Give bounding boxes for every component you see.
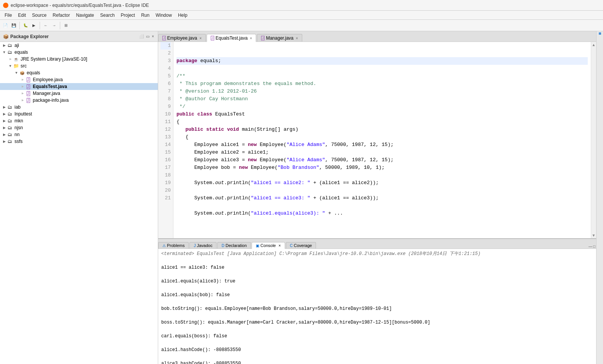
bottom-tabs: ⚠ProblemsJJavadocDDeclaration▣Console×CC… bbox=[158, 239, 596, 249]
line-number-9: 9 bbox=[160, 103, 171, 111]
line-number-1: 1 bbox=[160, 42, 171, 50]
tree-arrow[interactable]: ▶ bbox=[20, 92, 25, 95]
line-number-17: 17 bbox=[160, 164, 171, 172]
console-maximize-button[interactable]: □ bbox=[593, 244, 595, 249]
tree-item-EqualsTest.java[interactable]: ▶JEqualsTest.java bbox=[0, 83, 158, 90]
tree-item-ssfs[interactable]: ▶🗂ssfs bbox=[0, 138, 158, 145]
tab-close-button[interactable]: × bbox=[250, 36, 252, 40]
tree-arrow[interactable]: ▶ bbox=[2, 43, 7, 47]
toolbar-back[interactable]: ← bbox=[42, 22, 50, 29]
editor-scrollbar[interactable]: ▲ ▼ bbox=[591, 42, 596, 238]
bottom-tab-coverage[interactable]: CCoverage bbox=[286, 242, 316, 249]
tree-item-njsn[interactable]: ▶🗂njsn bbox=[0, 124, 158, 131]
bottom-tab-label: Coverage bbox=[294, 243, 312, 248]
tab-label: Employee.java bbox=[167, 35, 197, 41]
tree-item-aji[interactable]: ▶🗂aji bbox=[0, 42, 158, 49]
tree-item-iab[interactable]: ▶🗂iab bbox=[0, 104, 158, 111]
java-file-icon: J bbox=[162, 36, 166, 40]
scroll-up-arrow[interactable]: ▲ bbox=[591, 42, 596, 48]
tab-close-button[interactable]: × bbox=[199, 36, 202, 40]
tree-arrow[interactable]: ▶ bbox=[2, 119, 7, 123]
editor-tab-Manager.java[interactable]: JManager.java× bbox=[257, 34, 302, 42]
toolbar-save[interactable]: 💾 bbox=[10, 22, 18, 29]
bottom-tab-problems[interactable]: ⚠Problems bbox=[158, 242, 189, 249]
editor-tab-Employee.java[interactable]: JEmployee.java× bbox=[158, 34, 206, 42]
code-line-4: * This program demonstrates the equals m… bbox=[176, 80, 588, 88]
code-line-7: */ bbox=[176, 103, 588, 111]
tree-item-nn[interactable]: ▶🗂nn bbox=[0, 131, 158, 138]
toolbar-perspective[interactable]: ⊞ bbox=[62, 22, 70, 29]
menu-item-help[interactable]: Help bbox=[175, 12, 191, 19]
tree-arrow[interactable]: ▶ bbox=[2, 112, 7, 116]
bottom-tab-console[interactable]: ▣Console× bbox=[252, 242, 285, 249]
tree-label: ssfs bbox=[14, 139, 22, 144]
tab-close-button[interactable]: × bbox=[296, 36, 298, 40]
menu-item-window[interactable]: Window bbox=[152, 12, 175, 19]
line-number-4: 4 bbox=[160, 65, 171, 72]
toolbar-separator-1 bbox=[19, 22, 20, 29]
close-view-icon[interactable]: × bbox=[151, 34, 155, 39]
tree-arrow[interactable]: ▶ bbox=[20, 78, 25, 81]
toolbar-debug[interactable]: 🐛 bbox=[22, 22, 29, 29]
code-line-5: * @version 1.12 2012-01-26 bbox=[176, 88, 588, 95]
far-right-strip bbox=[596, 31, 603, 364]
tree-item-package-info.java[interactable]: ▶Jpackage-info.java bbox=[0, 97, 158, 104]
tree-arrow[interactable]: ▶ bbox=[2, 140, 7, 143]
tree-item-Inputtest[interactable]: ▶🗂Inputtest bbox=[0, 111, 158, 117]
toolbar-forward[interactable]: → bbox=[50, 22, 58, 29]
tree-item-equals[interactable]: ▼🗂equals bbox=[0, 49, 158, 56]
tree-arrow[interactable]: ▶ bbox=[2, 105, 7, 109]
line-number-5: 5 bbox=[160, 72, 171, 80]
tree-label: equals bbox=[27, 70, 40, 75]
tab-label: EqualsTest.java bbox=[216, 35, 248, 41]
tree-arrow[interactable]: ▶ bbox=[2, 126, 7, 130]
menu-item-search[interactable]: Search bbox=[97, 12, 118, 19]
console-output-line-5: carl.equals(boss): false bbox=[161, 333, 593, 340]
line-number-18: 18 bbox=[160, 172, 171, 179]
line-number-2: 2 bbox=[160, 50, 171, 57]
tree-icon-project: 🗂 bbox=[7, 104, 13, 110]
tree-arrow[interactable]: ▶ bbox=[8, 58, 13, 61]
console-minimize-button[interactable]: — bbox=[589, 244, 592, 249]
bottom-tab-declaration[interactable]: DDeclaration bbox=[217, 242, 251, 249]
minimize-view-icon[interactable]: ⬜ bbox=[138, 34, 144, 39]
menu-item-project[interactable]: Project bbox=[118, 12, 138, 19]
tree-item-Manager.java[interactable]: ▶JManager.java bbox=[0, 90, 158, 97]
tree-arrow[interactable]: ▼ bbox=[2, 50, 7, 54]
tree-item-Employee.java[interactable]: ▶JEmployee.java bbox=[0, 76, 158, 83]
package-explorer-header: 📦 Package Explorer ⬜ ▭ × bbox=[0, 31, 158, 42]
bottom-tab-close[interactable]: × bbox=[279, 244, 281, 248]
code-area[interactable]: package equals;/** * This program demons… bbox=[173, 42, 591, 238]
right-panel: JEmployee.java×JEqualsTest.java×JManager… bbox=[158, 31, 596, 364]
line-number-8: 8 bbox=[160, 95, 171, 103]
tree-arrow[interactable]: ▼ bbox=[14, 71, 19, 75]
editor-tab-EqualsTest.java[interactable]: JEqualsTest.java× bbox=[207, 34, 256, 42]
toolbar-new[interactable]: 📄 bbox=[2, 22, 9, 29]
code-line-10: public static void main(String[] args) bbox=[176, 126, 588, 133]
console-output-line-2: alice1.equals(bob): false bbox=[161, 292, 593, 298]
menu-item-refactor[interactable]: Refactor bbox=[50, 12, 73, 19]
bottom-tab-javadoc[interactable]: JJavadoc bbox=[189, 242, 217, 249]
maximize-view-icon[interactable]: ▭ bbox=[145, 34, 150, 39]
tree-icon-java: J bbox=[25, 77, 31, 83]
package-explorer-header-icons: ⬜ ▭ × bbox=[138, 34, 155, 39]
tree-item-src[interactable]: ▼📁src bbox=[0, 63, 158, 69]
tree-arrow[interactable]: ▶ bbox=[2, 133, 7, 136]
package-explorer-title: Package Explorer bbox=[10, 34, 49, 39]
menu-item-navigate[interactable]: Navigate bbox=[73, 12, 97, 19]
tree-item-mkn[interactable]: ▶🗂mkn bbox=[0, 117, 158, 124]
tree-arrow[interactable]: ▶ bbox=[20, 85, 25, 88]
tree-item-jre[interactable]: ▶☕JRE System Library [JavaSE-10] bbox=[0, 56, 158, 63]
menu-item-file[interactable]: File bbox=[2, 12, 15, 19]
menu-item-run[interactable]: Run bbox=[138, 12, 152, 19]
tree-arrow[interactable]: ▶ bbox=[20, 99, 25, 102]
window-title: eclipse-workspace - equals/src/equals/Eq… bbox=[11, 3, 149, 8]
menu-item-source[interactable]: Source bbox=[29, 12, 50, 19]
tree-item-equals-pkg[interactable]: ▼📦equals bbox=[0, 69, 158, 76]
menu-item-edit[interactable]: Edit bbox=[15, 12, 29, 19]
toolbar-run[interactable]: ▶ bbox=[30, 22, 38, 29]
toolbar: 📄 💾 🐛 ▶ ← → ⊞ bbox=[0, 20, 603, 31]
tree-arrow[interactable]: ▼ bbox=[8, 64, 13, 68]
tree-label: iab bbox=[14, 104, 21, 110]
scroll-down-arrow[interactable]: ▼ bbox=[591, 233, 596, 238]
